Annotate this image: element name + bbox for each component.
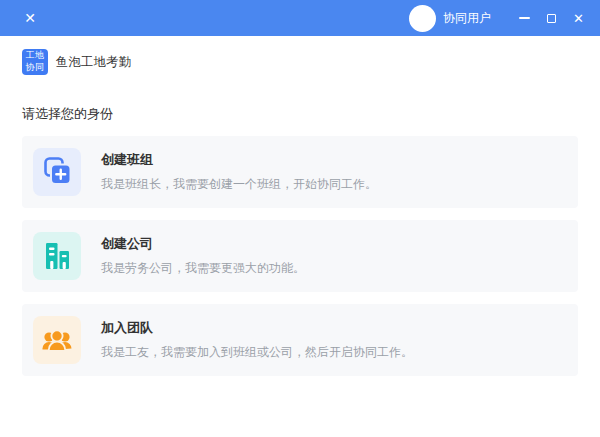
card-desc: 我是班组长，我需要创建一个班组，开始协同工作。 <box>101 176 377 193</box>
identity-card-join-team[interactable]: 加入团队 我是工友，我需要加入到班组或公司，然后开启协同工作。 <box>22 304 578 376</box>
titlebar-username[interactable]: 协同用户 <box>443 10 491 27</box>
card-desc: 我是工友，我需要加入到班组或公司，然后开启协同工作。 <box>101 344 413 361</box>
maximize-icon <box>547 14 556 23</box>
card-title: 创建公司 <box>101 235 305 253</box>
page-title: 请选择您的身份 <box>0 75 600 123</box>
brand-row: 工地 协同 鱼泡工地考勤 <box>0 36 600 75</box>
maximize-button[interactable] <box>538 0 565 36</box>
close-icon: ✕ <box>573 12 584 25</box>
titlebar: ✕ 协同用户 ✕ <box>0 0 600 36</box>
duplicate-plus-icon <box>33 148 81 196</box>
app-name: 鱼泡工地考勤 <box>56 54 131 71</box>
company-buildings-icon <box>33 232 81 280</box>
app-logo-line2: 协同 <box>26 62 45 74</box>
card-text: 创建公司 我是劳务公司，我需要更强大的功能。 <box>101 235 305 277</box>
identity-card-list: 创建班组 我是班组长，我需要创建一个班组，开始协同工作。 创建公司 我是劳务公司… <box>0 123 600 376</box>
app-window: ✕ 协同用户 ✕ 工地 协同 鱼泡工地考勤 请选择您的身份 <box>0 0 600 437</box>
identity-card-create-company[interactable]: 创建公司 我是劳务公司，我需要更强大的功能。 <box>22 220 578 292</box>
back-close-icon[interactable]: ✕ <box>20 11 40 25</box>
identity-card-create-team[interactable]: 创建班组 我是班组长，我需要创建一个班组，开始协同工作。 <box>22 136 578 208</box>
minimize-button[interactable] <box>511 0 538 36</box>
minimize-icon <box>519 17 530 19</box>
app-logo: 工地 协同 <box>22 49 48 75</box>
avatar[interactable] <box>409 5 436 32</box>
app-logo-line1: 工地 <box>26 50 45 62</box>
card-title: 加入团队 <box>101 319 413 337</box>
close-button[interactable]: ✕ <box>565 0 592 36</box>
card-text: 加入团队 我是工友，我需要加入到班组或公司，然后开启协同工作。 <box>101 319 413 361</box>
card-title: 创建班组 <box>101 151 377 169</box>
people-group-icon <box>33 316 81 364</box>
card-text: 创建班组 我是班组长，我需要创建一个班组，开始协同工作。 <box>101 151 377 193</box>
card-desc: 我是劳务公司，我需要更强大的功能。 <box>101 260 305 277</box>
titlebar-right-group: 协同用户 ✕ <box>409 0 600 36</box>
